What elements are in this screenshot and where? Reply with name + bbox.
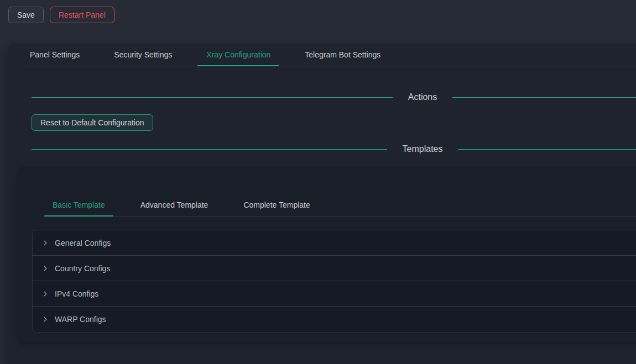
templates-card: Basic Template Advanced Template Complet… xyxy=(18,167,636,342)
tab-advanced-template[interactable]: Advanced Template xyxy=(132,194,217,216)
divider-line xyxy=(32,97,393,98)
chevron-right-icon xyxy=(42,265,49,272)
collapse-header-country-configs[interactable]: Country Configs xyxy=(33,256,636,281)
collapse-header-label: Country Configs xyxy=(55,264,110,273)
restart-panel-button[interactable]: Restart Panel xyxy=(50,7,114,23)
actions-divider-label: Actions xyxy=(408,92,437,102)
templates-divider: Templates xyxy=(32,143,636,155)
tab-basic-template[interactable]: Basic Template xyxy=(44,194,113,216)
chevron-right-icon xyxy=(42,291,49,297)
chevron-right-icon xyxy=(42,316,49,323)
collapse-header-label: WARP Configs xyxy=(55,315,106,324)
tab-panel-settings[interactable]: Panel Settings xyxy=(21,44,88,66)
collapse-header-label: IPv4 Configs xyxy=(55,289,98,298)
collapse-header-general-configs[interactable]: General Configs xyxy=(33,230,636,256)
config-collapse-list: General Configs Country Configs IPv4 Con… xyxy=(32,230,636,333)
settings-card: Panel Settings Security Settings Xray Co… xyxy=(8,44,636,364)
reset-to-default-button[interactable]: Reset to Default Configuration xyxy=(32,114,153,131)
collapse-header-label: General Configs xyxy=(55,239,111,247)
template-tab-bar: Basic Template Advanced Template Complet… xyxy=(44,194,636,217)
tab-xray-configuration[interactable]: Xray Configuration xyxy=(197,44,279,66)
collapse-header-ipv4-configs[interactable]: IPv4 Configs xyxy=(33,281,636,307)
actions-divider: Actions xyxy=(32,91,636,103)
tab-security-settings[interactable]: Security Settings xyxy=(105,44,181,66)
tab-telegram-bot-settings[interactable]: Telegram Bot Settings xyxy=(296,44,389,66)
divider-line xyxy=(452,97,636,98)
templates-divider-label: Templates xyxy=(403,144,443,154)
chevron-right-icon xyxy=(42,240,49,246)
top-action-bar: Save Restart Panel xyxy=(0,0,636,30)
save-button[interactable]: Save xyxy=(8,7,44,23)
tab-complete-template[interactable]: Complete Template xyxy=(235,194,318,216)
divider-line xyxy=(458,149,636,150)
collapse-header-warp-configs[interactable]: WARP Configs xyxy=(33,307,636,332)
divider-line xyxy=(32,149,387,150)
settings-tab-bar: Panel Settings Security Settings Xray Co… xyxy=(21,44,636,66)
